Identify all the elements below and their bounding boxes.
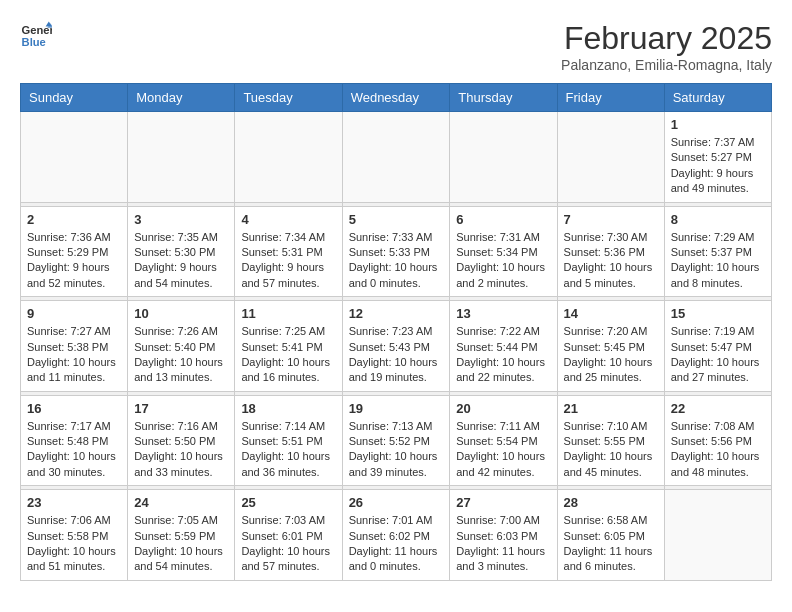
calendar-cell: 4Sunrise: 7:34 AM Sunset: 5:31 PM Daylig… bbox=[235, 206, 342, 297]
day-number: 9 bbox=[27, 306, 121, 321]
day-info: Sunrise: 7:05 AM Sunset: 5:59 PM Dayligh… bbox=[134, 513, 228, 575]
day-number: 24 bbox=[134, 495, 228, 510]
day-number: 27 bbox=[456, 495, 550, 510]
day-info: Sunrise: 7:14 AM Sunset: 5:51 PM Dayligh… bbox=[241, 419, 335, 481]
day-number: 10 bbox=[134, 306, 228, 321]
day-number: 19 bbox=[349, 401, 444, 416]
calendar-cell: 10Sunrise: 7:26 AM Sunset: 5:40 PM Dayli… bbox=[128, 301, 235, 392]
calendar-cell bbox=[128, 112, 235, 203]
calendar-cell bbox=[450, 112, 557, 203]
calendar-cell: 23Sunrise: 7:06 AM Sunset: 5:58 PM Dayli… bbox=[21, 490, 128, 581]
calendar-cell bbox=[342, 112, 450, 203]
day-number: 15 bbox=[671, 306, 765, 321]
calendar-cell: 11Sunrise: 7:25 AM Sunset: 5:41 PM Dayli… bbox=[235, 301, 342, 392]
day-info: Sunrise: 7:37 AM Sunset: 5:27 PM Dayligh… bbox=[671, 135, 765, 197]
calendar-cell: 2Sunrise: 7:36 AM Sunset: 5:29 PM Daylig… bbox=[21, 206, 128, 297]
calendar-cell: 8Sunrise: 7:29 AM Sunset: 5:37 PM Daylig… bbox=[664, 206, 771, 297]
calendar-week-3: 9Sunrise: 7:27 AM Sunset: 5:38 PM Daylig… bbox=[21, 301, 772, 392]
day-info: Sunrise: 7:23 AM Sunset: 5:43 PM Dayligh… bbox=[349, 324, 444, 386]
calendar-cell: 9Sunrise: 7:27 AM Sunset: 5:38 PM Daylig… bbox=[21, 301, 128, 392]
day-info: Sunrise: 7:36 AM Sunset: 5:29 PM Dayligh… bbox=[27, 230, 121, 292]
calendar-cell: 15Sunrise: 7:19 AM Sunset: 5:47 PM Dayli… bbox=[664, 301, 771, 392]
day-number: 18 bbox=[241, 401, 335, 416]
day-number: 14 bbox=[564, 306, 658, 321]
day-info: Sunrise: 6:58 AM Sunset: 6:05 PM Dayligh… bbox=[564, 513, 658, 575]
calendar-cell: 13Sunrise: 7:22 AM Sunset: 5:44 PM Dayli… bbox=[450, 301, 557, 392]
calendar-cell: 24Sunrise: 7:05 AM Sunset: 5:59 PM Dayli… bbox=[128, 490, 235, 581]
day-number: 28 bbox=[564, 495, 658, 510]
day-info: Sunrise: 7:31 AM Sunset: 5:34 PM Dayligh… bbox=[456, 230, 550, 292]
calendar-cell: 12Sunrise: 7:23 AM Sunset: 5:43 PM Dayli… bbox=[342, 301, 450, 392]
page-header: General Blue February 2025 Palanzano, Em… bbox=[20, 20, 772, 73]
day-info: Sunrise: 7:34 AM Sunset: 5:31 PM Dayligh… bbox=[241, 230, 335, 292]
day-number: 5 bbox=[349, 212, 444, 227]
day-info: Sunrise: 7:17 AM Sunset: 5:48 PM Dayligh… bbox=[27, 419, 121, 481]
weekday-header-monday: Monday bbox=[128, 84, 235, 112]
weekday-header-thursday: Thursday bbox=[450, 84, 557, 112]
day-info: Sunrise: 7:35 AM Sunset: 5:30 PM Dayligh… bbox=[134, 230, 228, 292]
calendar-week-4: 16Sunrise: 7:17 AM Sunset: 5:48 PM Dayli… bbox=[21, 395, 772, 486]
calendar-table: SundayMondayTuesdayWednesdayThursdayFrid… bbox=[20, 83, 772, 581]
calendar-cell: 27Sunrise: 7:00 AM Sunset: 6:03 PM Dayli… bbox=[450, 490, 557, 581]
month-title: February 2025 bbox=[561, 20, 772, 57]
day-number: 13 bbox=[456, 306, 550, 321]
day-info: Sunrise: 7:13 AM Sunset: 5:52 PM Dayligh… bbox=[349, 419, 444, 481]
day-info: Sunrise: 7:33 AM Sunset: 5:33 PM Dayligh… bbox=[349, 230, 444, 292]
calendar-cell: 25Sunrise: 7:03 AM Sunset: 6:01 PM Dayli… bbox=[235, 490, 342, 581]
day-info: Sunrise: 7:08 AM Sunset: 5:56 PM Dayligh… bbox=[671, 419, 765, 481]
day-number: 20 bbox=[456, 401, 550, 416]
day-number: 4 bbox=[241, 212, 335, 227]
day-info: Sunrise: 7:11 AM Sunset: 5:54 PM Dayligh… bbox=[456, 419, 550, 481]
calendar-cell: 18Sunrise: 7:14 AM Sunset: 5:51 PM Dayli… bbox=[235, 395, 342, 486]
calendar-cell: 7Sunrise: 7:30 AM Sunset: 5:36 PM Daylig… bbox=[557, 206, 664, 297]
day-number: 25 bbox=[241, 495, 335, 510]
day-number: 16 bbox=[27, 401, 121, 416]
day-info: Sunrise: 7:06 AM Sunset: 5:58 PM Dayligh… bbox=[27, 513, 121, 575]
calendar-cell: 1Sunrise: 7:37 AM Sunset: 5:27 PM Daylig… bbox=[664, 112, 771, 203]
day-number: 8 bbox=[671, 212, 765, 227]
day-info: Sunrise: 7:19 AM Sunset: 5:47 PM Dayligh… bbox=[671, 324, 765, 386]
day-info: Sunrise: 7:01 AM Sunset: 6:02 PM Dayligh… bbox=[349, 513, 444, 575]
day-info: Sunrise: 7:30 AM Sunset: 5:36 PM Dayligh… bbox=[564, 230, 658, 292]
calendar-week-5: 23Sunrise: 7:06 AM Sunset: 5:58 PM Dayli… bbox=[21, 490, 772, 581]
location: Palanzano, Emilia-Romagna, Italy bbox=[561, 57, 772, 73]
calendar-cell: 14Sunrise: 7:20 AM Sunset: 5:45 PM Dayli… bbox=[557, 301, 664, 392]
day-number: 21 bbox=[564, 401, 658, 416]
day-number: 26 bbox=[349, 495, 444, 510]
day-info: Sunrise: 7:27 AM Sunset: 5:38 PM Dayligh… bbox=[27, 324, 121, 386]
title-section: February 2025 Palanzano, Emilia-Romagna,… bbox=[561, 20, 772, 73]
day-info: Sunrise: 7:03 AM Sunset: 6:01 PM Dayligh… bbox=[241, 513, 335, 575]
day-number: 23 bbox=[27, 495, 121, 510]
weekday-header-saturday: Saturday bbox=[664, 84, 771, 112]
day-number: 17 bbox=[134, 401, 228, 416]
calendar-cell: 21Sunrise: 7:10 AM Sunset: 5:55 PM Dayli… bbox=[557, 395, 664, 486]
weekday-header-sunday: Sunday bbox=[21, 84, 128, 112]
weekday-header-friday: Friday bbox=[557, 84, 664, 112]
day-number: 11 bbox=[241, 306, 335, 321]
calendar-cell: 6Sunrise: 7:31 AM Sunset: 5:34 PM Daylig… bbox=[450, 206, 557, 297]
logo-icon: General Blue bbox=[20, 20, 52, 52]
weekday-header-wednesday: Wednesday bbox=[342, 84, 450, 112]
day-number: 7 bbox=[564, 212, 658, 227]
day-info: Sunrise: 7:22 AM Sunset: 5:44 PM Dayligh… bbox=[456, 324, 550, 386]
day-info: Sunrise: 7:16 AM Sunset: 5:50 PM Dayligh… bbox=[134, 419, 228, 481]
calendar-cell: 16Sunrise: 7:17 AM Sunset: 5:48 PM Dayli… bbox=[21, 395, 128, 486]
day-number: 1 bbox=[671, 117, 765, 132]
calendar-cell: 17Sunrise: 7:16 AM Sunset: 5:50 PM Dayli… bbox=[128, 395, 235, 486]
calendar-week-2: 2Sunrise: 7:36 AM Sunset: 5:29 PM Daylig… bbox=[21, 206, 772, 297]
calendar-cell bbox=[664, 490, 771, 581]
calendar-cell: 3Sunrise: 7:35 AM Sunset: 5:30 PM Daylig… bbox=[128, 206, 235, 297]
calendar-cell bbox=[557, 112, 664, 203]
weekday-header-tuesday: Tuesday bbox=[235, 84, 342, 112]
day-info: Sunrise: 7:29 AM Sunset: 5:37 PM Dayligh… bbox=[671, 230, 765, 292]
calendar-cell bbox=[21, 112, 128, 203]
calendar-header-row: SundayMondayTuesdayWednesdayThursdayFrid… bbox=[21, 84, 772, 112]
calendar-cell: 19Sunrise: 7:13 AM Sunset: 5:52 PM Dayli… bbox=[342, 395, 450, 486]
calendar-cell: 5Sunrise: 7:33 AM Sunset: 5:33 PM Daylig… bbox=[342, 206, 450, 297]
calendar-cell bbox=[235, 112, 342, 203]
calendar-cell: 22Sunrise: 7:08 AM Sunset: 5:56 PM Dayli… bbox=[664, 395, 771, 486]
logo: General Blue bbox=[20, 20, 52, 52]
day-number: 2 bbox=[27, 212, 121, 227]
day-info: Sunrise: 7:00 AM Sunset: 6:03 PM Dayligh… bbox=[456, 513, 550, 575]
calendar-cell: 26Sunrise: 7:01 AM Sunset: 6:02 PM Dayli… bbox=[342, 490, 450, 581]
